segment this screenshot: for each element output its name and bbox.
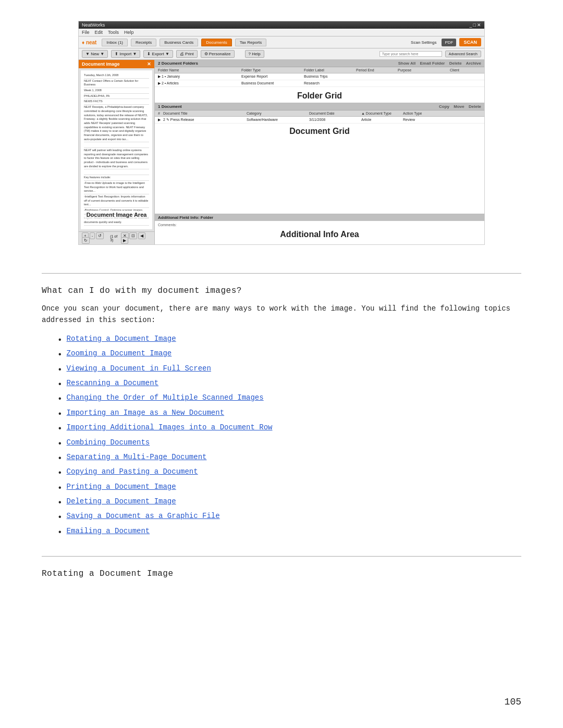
list-item-rotating: Rotating a Document Image bbox=[57, 335, 521, 346]
archive-btn[interactable]: Archive bbox=[466, 61, 481, 66]
document-image-panel: Document Image ✕ Tuesday, March 11th, 20… bbox=[79, 60, 155, 244]
menubar: File Edit Tools Help bbox=[79, 29, 484, 36]
link-zooming[interactable]: Zooming a Document Image bbox=[67, 349, 172, 357]
tab-inbox[interactable]: Inbox (1) bbox=[102, 39, 128, 46]
advanced-search-button[interactable]: Advanced Search bbox=[445, 51, 481, 57]
tab-tax-reports[interactable]: Tax Reports bbox=[235, 39, 267, 46]
zoom-out-button[interactable]: - bbox=[90, 232, 95, 239]
print-button[interactable]: 🖨 Print bbox=[176, 50, 198, 58]
export-button[interactable]: ⬇ Export ▼ bbox=[143, 50, 173, 58]
link-emailing[interactable]: Emailing a Document bbox=[67, 527, 150, 535]
doc-grid: # Document Title Category Document Date … bbox=[155, 110, 484, 214]
additional-header: Additional Field Info: Folder bbox=[155, 214, 484, 221]
scan-button[interactable]: SCAN bbox=[459, 38, 481, 46]
what-can-i-do-section: What can I do with my document images? O… bbox=[42, 286, 521, 544]
doc-image-header-text: Document Image bbox=[82, 61, 120, 67]
folder-grid: Folder Name Folder Type Folder Label Per… bbox=[155, 67, 484, 103]
fit-button[interactable]: ⊡ bbox=[129, 232, 137, 239]
link-importing-additional[interactable]: Importing Additional Images into a Docum… bbox=[67, 423, 273, 431]
list-item-saving: Saving a Document as a Graphic File bbox=[57, 512, 521, 523]
delete-btn[interactable]: Delete bbox=[449, 61, 462, 66]
folder-row-2[interactable]: ▶ 2 • Articles Business Document Researc… bbox=[155, 80, 484, 87]
menu-tools[interactable]: Tools bbox=[108, 30, 119, 35]
folder-grid-header: Folder Name Folder Type Folder Label Per… bbox=[155, 67, 484, 73]
right-panel: 2 Document Folders Show All Email Folder… bbox=[155, 60, 484, 244]
tab-documents[interactable]: Documents bbox=[201, 39, 231, 46]
link-saving[interactable]: Saving a Document as a Graphic File bbox=[67, 512, 220, 520]
doc-grid-header: # Document Title Category Document Date … bbox=[155, 110, 484, 117]
list-item-zooming: Zooming a Document Image bbox=[57, 349, 521, 361]
menu-help[interactable]: Help bbox=[124, 30, 134, 35]
doc-title-1: 2 ✎ Press Release bbox=[163, 118, 247, 122]
tab-receipts[interactable]: Receipts bbox=[131, 39, 156, 46]
folder-type-1: Expense Report bbox=[241, 75, 304, 79]
col-client: Client bbox=[450, 68, 481, 72]
link-viewing[interactable]: Viewing a Document in Full Screen bbox=[67, 364, 211, 373]
menu-edit[interactable]: Edit bbox=[95, 30, 103, 35]
link-deleting[interactable]: Deleting a Document Image bbox=[67, 497, 176, 505]
folder-row-1[interactable]: ▶ 1 • January Expense Report Business Tr… bbox=[155, 73, 484, 80]
rotate-left-button[interactable]: ↺ bbox=[96, 232, 104, 239]
pdf-button[interactable]: PDF bbox=[442, 39, 456, 46]
link-copying[interactable]: Copying and Pasting a Document bbox=[67, 467, 198, 476]
menu-file[interactable]: File bbox=[82, 30, 90, 35]
neat-logo: ♦ neat bbox=[82, 40, 96, 45]
link-importing-new[interactable]: Importing an Image as a New Document bbox=[67, 409, 224, 417]
titlebar-text: NeatWorks bbox=[82, 22, 105, 28]
link-separating[interactable]: Separating a Multi-Page Document bbox=[67, 453, 207, 461]
col-purpose: Purpose bbox=[398, 68, 450, 72]
scan-settings-label: Scan Settings bbox=[411, 40, 436, 45]
link-rotating[interactable]: Rotating a Document Image bbox=[67, 335, 176, 343]
copy-btn[interactable]: Copy bbox=[439, 104, 449, 109]
doc-grid-label: Document Grid bbox=[155, 124, 484, 139]
what-can-i-do-heading: What can I do with my document images? bbox=[42, 286, 521, 295]
link-printing[interactable]: Printing a Document Image bbox=[67, 483, 176, 491]
delete-doc-btn[interactable]: Delete bbox=[469, 104, 481, 109]
list-item-viewing: Viewing a Document in Full Screen bbox=[57, 364, 521, 376]
rotate-right-button[interactable]: ↻ bbox=[82, 237, 90, 244]
tab-business-cards[interactable]: Business Cards bbox=[160, 39, 198, 46]
folder-type-2: Business Document bbox=[241, 81, 304, 85]
list-item-importing-new: Importing an Image as a New Document bbox=[57, 409, 521, 420]
new-button[interactable]: ▼ New ▼ bbox=[82, 50, 108, 58]
folder-client-1 bbox=[450, 75, 481, 79]
folder-section-title: 2 Document Folders bbox=[158, 61, 198, 66]
col-doc-sort: ▲ Document Type bbox=[361, 112, 403, 115]
folder-grid-label-container: Folder Grid bbox=[155, 87, 484, 103]
doc-image-area-label: Document Image Area bbox=[81, 211, 152, 219]
next-page-button[interactable]: ▶ bbox=[121, 237, 128, 244]
doc-text-content: Tuesday, March 11th, 2008 NEAT Contact O… bbox=[84, 73, 149, 229]
col-expand: # bbox=[158, 112, 163, 115]
doc-section-header: 1 Document Copy Move Delete bbox=[155, 103, 484, 110]
intro-text: Once you scan your document, there are m… bbox=[42, 303, 521, 326]
prev-page-button[interactable]: ◀ bbox=[138, 232, 145, 239]
doc-row-1[interactable]: ▶ 2 ✎ Press Release Software/Hardware 3/… bbox=[155, 117, 484, 124]
folder-purpose-1 bbox=[398, 75, 450, 79]
email-folder-btn[interactable]: Email Folder bbox=[420, 61, 445, 66]
doc-image-footer: + - ↺ ↻ (1 of 3) ✕ ⊡ ◀ ▶ bbox=[79, 231, 154, 244]
zoom-controls: + - ↺ ↻ bbox=[82, 233, 110, 243]
doc-grid-label-container: Document Grid bbox=[155, 124, 484, 139]
doc-image-close[interactable]: ✕ bbox=[147, 61, 151, 67]
divider-1 bbox=[42, 273, 521, 274]
titlebar: NeatWorks _ □ ✕ bbox=[79, 21, 484, 29]
link-combining[interactable]: Combining Documents bbox=[67, 438, 150, 447]
nav-controls: ✕ ⊡ ◀ ▶ bbox=[121, 233, 151, 243]
move-btn[interactable]: Move bbox=[454, 104, 464, 109]
doc-image-header: Document Image ✕ bbox=[79, 60, 154, 68]
personalize-button[interactable]: ⚙ Personalize bbox=[201, 50, 235, 58]
link-rescanning[interactable]: Rescanning a Document bbox=[67, 379, 158, 387]
folder-name-1: ▶ 1 • January bbox=[158, 75, 241, 79]
additional-label-container: Additional Info Area bbox=[158, 227, 481, 242]
window-buttons: _ □ ✕ bbox=[470, 22, 481, 28]
show-all-btn[interactable]: Show All bbox=[398, 61, 415, 66]
link-changing-order[interactable]: Changing the Order of Multiple Scanned I… bbox=[67, 393, 264, 402]
additional-content: Comments: Additional Info Area bbox=[155, 221, 484, 244]
list-item-changing-order: Changing the Order of Multiple Scanned I… bbox=[57, 393, 521, 405]
import-button[interactable]: ⬆ Import ▼ bbox=[111, 50, 140, 58]
folder-header-actions: Show All Email Folder Delete Archive bbox=[398, 61, 481, 66]
search-input[interactable] bbox=[380, 51, 442, 57]
help-button[interactable]: ? Help bbox=[245, 50, 264, 58]
col-doc-action: Action Type bbox=[403, 112, 455, 115]
folder-purpose-2 bbox=[398, 81, 450, 85]
